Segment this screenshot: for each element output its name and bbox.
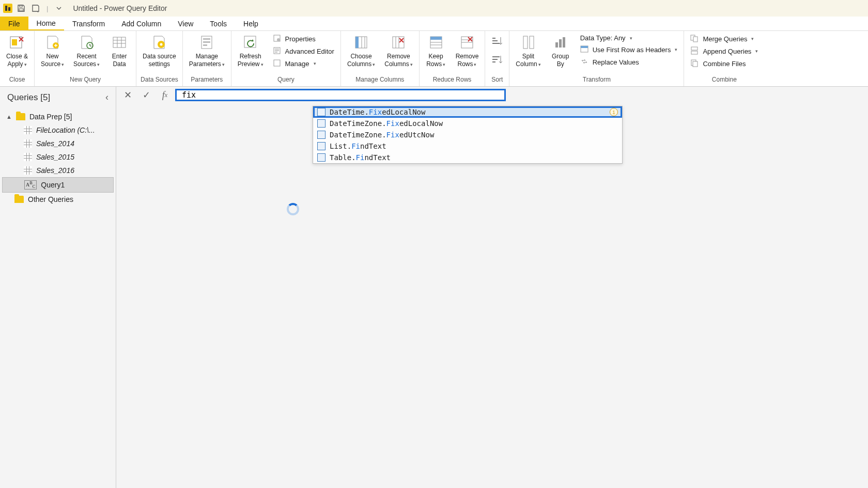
query-item-label: Sales_2015 xyxy=(36,153,74,161)
query-item-label: Query1 xyxy=(41,181,65,189)
first-row-headers-button[interactable]: Use First Row as Headers▾ xyxy=(578,44,680,55)
append-queries-button[interactable]: Append Queries▾ xyxy=(688,45,760,57)
chevron-down-icon: ▲ xyxy=(6,114,12,120)
intellisense-label: List.FindText xyxy=(330,142,386,150)
svg-rect-29 xyxy=(355,37,359,48)
recent-sources-icon xyxy=(79,34,95,51)
commit-formula-button[interactable]: ✓ xyxy=(138,89,154,101)
group-close-label: Close xyxy=(2,75,32,85)
svg-rect-42 xyxy=(523,36,528,49)
merge-queries-button[interactable]: Merge Queries▾ xyxy=(688,33,760,44)
app-icon xyxy=(3,4,12,13)
data-type-button[interactable]: Data Type: Any▾ xyxy=(578,33,680,43)
ribbon-tabs: File Home Transform Add Column View Tool… xyxy=(0,17,868,31)
loading-spinner-icon xyxy=(287,203,299,215)
svg-rect-2 xyxy=(8,7,10,11)
svg-rect-51 xyxy=(691,47,698,50)
cube-icon xyxy=(317,108,326,116)
intellisense-item[interactable]: DateTimeZone.FixedLocalNow xyxy=(313,118,622,129)
undo-icon[interactable] xyxy=(30,3,41,14)
keep-rows-button[interactable]: Keep Rows▾ xyxy=(422,32,451,70)
svg-rect-1 xyxy=(5,6,7,11)
manage-button[interactable]: Manage▾ xyxy=(271,58,336,69)
svg-rect-48 xyxy=(581,46,588,48)
query-item[interactable]: Sales_2015 xyxy=(2,150,114,164)
remove-rows-icon xyxy=(459,34,475,51)
combine-files-icon xyxy=(690,59,700,68)
group-datasources-label: Data Sources xyxy=(138,75,180,85)
qat-dropdown-icon[interactable] xyxy=(53,3,65,14)
svg-rect-20 xyxy=(244,36,256,48)
advanced-editor-button[interactable]: Advanced Editor xyxy=(271,45,336,57)
query-group-other[interactable]: Other Queries xyxy=(2,193,114,206)
query-item[interactable]: ABCQuery1 xyxy=(2,177,114,193)
group-newquery-label: New Query xyxy=(37,75,134,85)
group-by-button[interactable]: Group By xyxy=(546,32,575,69)
svg-rect-43 xyxy=(530,36,534,49)
remove-columns-icon xyxy=(390,34,407,51)
tab-tools[interactable]: Tools xyxy=(202,17,235,30)
headers-icon xyxy=(580,45,590,54)
folder-icon xyxy=(14,196,24,203)
formula-input[interactable] xyxy=(175,89,506,101)
append-icon xyxy=(690,46,700,56)
choose-columns-button[interactable]: Choose Columns▾ xyxy=(343,32,379,70)
close-apply-icon xyxy=(9,34,25,51)
save-icon[interactable] xyxy=(16,3,27,14)
refresh-icon xyxy=(242,34,259,51)
combine-files-button[interactable]: Combine Files xyxy=(688,58,760,69)
tab-home[interactable]: Home xyxy=(28,17,64,30)
close-apply-button[interactable]: Close & Apply▾ xyxy=(2,32,32,70)
fx-icon[interactable]: fx xyxy=(157,89,173,101)
manage-parameters-button[interactable]: Manage Parameters▾ xyxy=(185,32,229,70)
enter-data-icon xyxy=(111,34,128,51)
intellisense-item[interactable]: DateTimeZone.FixedUtcNow xyxy=(313,129,622,140)
table-icon xyxy=(24,139,32,148)
cube-icon xyxy=(317,119,326,128)
remove-columns-button[interactable]: Remove Columns▾ xyxy=(380,32,416,70)
new-source-button[interactable]: New Source▾ xyxy=(37,32,68,70)
queries-header-label: Queries [5] xyxy=(7,92,50,103)
intellisense-item[interactable]: DateTime.FixedLocalNowi xyxy=(313,106,622,118)
intellisense-item[interactable]: List.FindText xyxy=(313,140,622,152)
svg-rect-36 xyxy=(430,37,442,40)
cube-icon xyxy=(317,153,326,162)
window-title: Untitled - Power Query Editor xyxy=(73,4,167,12)
svg-point-15 xyxy=(160,43,163,46)
svg-rect-52 xyxy=(691,51,698,54)
query-item-label: Sales_2014 xyxy=(36,139,74,148)
sort-desc-button[interactable] xyxy=(490,54,504,67)
tab-transform[interactable]: Transform xyxy=(64,17,113,30)
query-item[interactable]: FileLocation (C:\... xyxy=(2,123,114,137)
svg-rect-6 xyxy=(12,39,17,45)
query-item[interactable]: Sales_2014 xyxy=(2,137,114,150)
intellisense-item[interactable]: Table.FindText xyxy=(313,152,622,163)
data-source-settings-button[interactable]: Data source settings xyxy=(138,32,180,69)
properties-button[interactable]: Properties xyxy=(271,33,336,44)
query-item[interactable]: Sales_2016 xyxy=(2,164,114,177)
keep-rows-icon xyxy=(428,34,444,51)
svg-point-22 xyxy=(277,38,280,41)
intellisense-label: DateTimeZone.FixedUtcNow xyxy=(330,131,434,139)
cancel-formula-button[interactable]: ✕ xyxy=(119,89,136,101)
tab-add-column[interactable]: Add Column xyxy=(113,17,169,30)
svg-rect-17 xyxy=(203,38,210,40)
split-column-button[interactable]: Split Column▾ xyxy=(512,32,545,70)
svg-rect-44 xyxy=(555,42,558,48)
new-source-icon xyxy=(44,34,61,51)
enter-data-button[interactable]: Enter Data xyxy=(105,32,134,69)
remove-rows-button[interactable]: Remove Rows▾ xyxy=(452,32,483,70)
intellisense-label: Table.FindText xyxy=(330,153,391,162)
sort-asc-button[interactable] xyxy=(490,35,504,49)
query-item-label: FileLocation (C:\... xyxy=(36,126,95,134)
replace-values-button[interactable]: Replace Values xyxy=(578,56,680,68)
tab-file[interactable]: File xyxy=(0,17,28,30)
tab-help[interactable]: Help xyxy=(235,17,267,30)
intellisense-label: DateTime.FixedLocalNow xyxy=(330,108,425,116)
tab-view[interactable]: View xyxy=(169,17,202,30)
refresh-preview-button[interactable]: Refresh Preview▾ xyxy=(234,32,268,70)
group-parameters-label: Parameters xyxy=(185,75,229,85)
recent-sources-button[interactable]: Recent Sources▾ xyxy=(69,32,104,70)
collapse-pane-icon[interactable]: ‹ xyxy=(105,92,109,103)
query-group-data-prep[interactable]: ▲ Data Prep [5] xyxy=(2,110,114,123)
